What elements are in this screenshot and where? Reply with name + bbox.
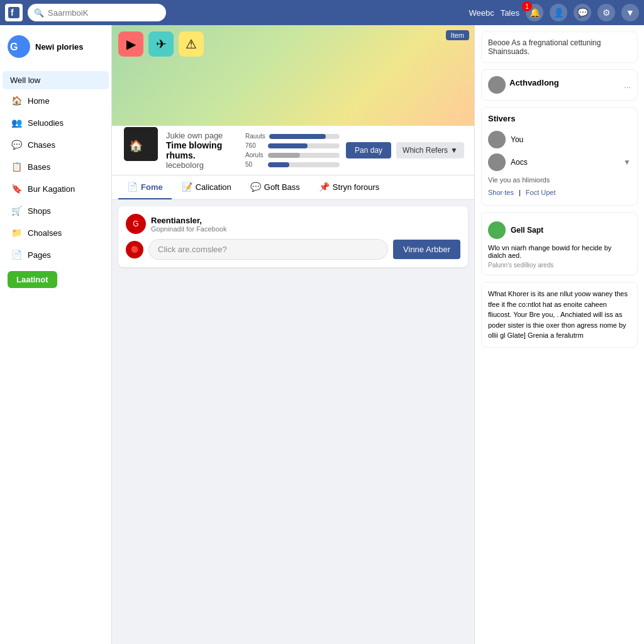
sidebar-item-bur-kagation[interactable]: 🔖 Bur Kagation: [3, 178, 109, 199]
sidebar-cta-button[interactable]: Laatinot: [8, 271, 57, 288]
shortcuts-row: Shor∙tes | Foct Upet: [488, 186, 631, 199]
sidebar-profile-name: Newi plories: [35, 42, 84, 52]
stat-bar-wrap-3: [268, 162, 340, 167]
stat-bar-wrap-0: [269, 134, 340, 139]
profile-tabs: 📄 Fome 📝 Calication 💬 Goft Bass 📌 Stryn …: [112, 175, 474, 200]
sidebar-item-bases[interactable]: 📋 Bases: [3, 156, 109, 177]
right-sidebar: Beooe As a fregnational cettuning Shains…: [474, 25, 644, 644]
stat-bar-3: [268, 162, 289, 167]
stat-bar-0: [269, 134, 326, 139]
tab-calication[interactable]: 📝 Calication: [173, 175, 240, 199]
post1-sub: Palunn's sedillioy areds: [488, 262, 631, 269]
sidebar-item-pages[interactable]: 📄 Pages: [3, 244, 109, 265]
which-refers-button[interactable]: Which Refers ▼: [396, 142, 464, 158]
stivers-title: Stivers: [488, 114, 631, 123]
stryn-forours-tab-label: Stryn forours: [333, 182, 379, 192]
tab-goft-bass[interactable]: 💬 Goft Bass: [242, 175, 309, 199]
post-button[interactable]: Vinne Arbber: [393, 240, 460, 259]
nav-right: Weebc Tales 🔔 1 👤 💬 ⚙ ▼: [469, 4, 639, 21]
stat-label-3: 50: [245, 161, 264, 168]
settings-button[interactable]: ⚙: [597, 4, 615, 21]
post-input[interactable]: Click are.comslee?: [148, 239, 388, 260]
search-input[interactable]: [48, 8, 155, 18]
profile-text: Jukie own page Time blowing rhums. leceb…: [166, 131, 239, 170]
you-avatar: [488, 131, 506, 148]
profile-page-title: Jukie own page: [166, 131, 239, 140]
sidebar-item-shops[interactable]: 🛒 Shops: [3, 200, 109, 221]
tab-fome[interactable]: 📄 Fome: [118, 175, 172, 199]
feed-name: Reentiansler,: [151, 216, 460, 225]
profile-avatar-small: G: [8, 35, 30, 58]
separator: |: [519, 189, 521, 196]
sidebar-item-seluodies[interactable]: 👥 Seluodies: [3, 112, 109, 133]
sidebar-item-label-shops: Shops: [28, 206, 51, 216]
home-icon: 🏠: [10, 94, 23, 107]
stat-bar-wrap-2: [268, 153, 340, 158]
goft-bass-tab-label: Goft Bass: [264, 182, 300, 192]
profile-cover: ▶ ✈ ⚠ Item: [112, 25, 474, 126]
stat-row-1: 760: [245, 142, 340, 149]
notification-button[interactable]: 🔔 1: [526, 4, 543, 21]
stat-label-0: Rauuts: [245, 133, 265, 140]
tab-stryn-forours[interactable]: 📌 Stryn forours: [310, 175, 388, 199]
nav-weboo[interactable]: Weebc: [469, 8, 494, 18]
calication-tab-label: Calication: [196, 182, 231, 192]
notification-count: 1: [522, 1, 532, 11]
sidebar-section-title: [0, 64, 111, 70]
sidebar-item-well-low[interactable]: Well low: [3, 71, 109, 89]
sidebar-item-label-chases: Chases: [28, 140, 55, 150]
messages-button[interactable]: 💬: [574, 4, 591, 21]
post2-text: Wfnat Khorer is its ane nllut yoow waney…: [488, 289, 631, 341]
fome-tab-label: Fome: [141, 182, 163, 192]
calication-tab-icon: 📝: [182, 182, 192, 192]
right-item-aocs[interactable]: Aocs ▼: [488, 151, 631, 174]
aocs-label: Aocs: [511, 158, 528, 167]
right-post2-card: Wfnat Khorer is its ane nllut yoow waney…: [481, 282, 638, 348]
aocs-chevron: ▼: [623, 158, 631, 167]
main-layout: G Newi plories Well low 🏠 Home 👥 Seluodi…: [0, 25, 644, 644]
sidebar-item-choalses[interactable]: 📁 Choalses: [3, 222, 109, 243]
right-item-you[interactable]: You: [488, 128, 631, 151]
feed-card: G Reentiansler, Gopninadit for Facebook …: [118, 206, 468, 267]
top-navigation: f 🔍 Weebc Tales 🔔 1 👤 💬 ⚙ ▼: [0, 0, 644, 25]
stat-label-2: Aoruls: [245, 152, 264, 158]
stat-label-1: 760: [245, 142, 264, 149]
stat-bar-wrap-1: [268, 143, 340, 148]
center-content: ▶ ✈ ⚠ Item 🏠 Jukie own page Time blowing…: [112, 25, 474, 644]
right-acthvadlong-card: Acthvadlong ...: [481, 69, 638, 101]
chevron-down-icon: ▼: [450, 146, 458, 155]
right-stivers-card: Stivers You Aocs ▼ Vie you as hlimiords …: [481, 107, 638, 206]
which-refers-label: Which Refers: [402, 146, 448, 155]
sidebar-item-label-pages: Pages: [28, 250, 51, 260]
stat-row-3: 50: [245, 161, 340, 168]
shortcuts-label[interactable]: Shor∙tes: [488, 189, 514, 196]
bur-kagation-icon: 🔖: [10, 182, 23, 195]
sidebar-item-label-home: Home: [28, 96, 50, 106]
aocs-avatar: [488, 153, 506, 171]
nav-tales[interactable]: Tales: [501, 8, 519, 18]
sidebar-item-home[interactable]: 🏠 Home: [3, 90, 109, 111]
stat-row-0: Rauuts: [245, 133, 340, 140]
right-top-card: Beooe As a fregnational cettuning Shains…: [481, 31, 638, 63]
svg-text:G: G: [10, 42, 18, 52]
svg-text:🏠: 🏠: [129, 139, 143, 153]
friends-button[interactable]: 👤: [550, 4, 567, 21]
options-icon[interactable]: ...: [624, 80, 631, 90]
footer-item-label[interactable]: Foct Upet: [526, 189, 556, 196]
svg-text:f: f: [11, 8, 14, 18]
post-create-row: 🔴 Click are.comslee? Vinne Arbber: [126, 239, 460, 260]
feed-sub: Gopninadit for Facebook: [151, 225, 460, 233]
sidebar-profile: G Newi plories: [0, 31, 111, 64]
item-badge: Item: [446, 30, 469, 40]
menu-button[interactable]: ▼: [621, 4, 639, 21]
pan-day-button[interactable]: Pan day: [346, 142, 391, 158]
sidebar-item-label-bur-kagation: Bur Kagation: [28, 184, 75, 194]
post-avatar: 🔴: [126, 241, 143, 258]
status-badge: Item: [446, 30, 469, 40]
you-label: You: [511, 135, 523, 144]
sidebar-item-chases[interactable]: 💬 Chases: [3, 134, 109, 155]
search-bar[interactable]: 🔍: [28, 4, 166, 21]
facebook-logo: f: [5, 4, 23, 21]
profile-stats: Rauuts 760 Aoruls: [245, 133, 340, 168]
sidebar-item-label-well-low: Well low: [10, 75, 40, 85]
